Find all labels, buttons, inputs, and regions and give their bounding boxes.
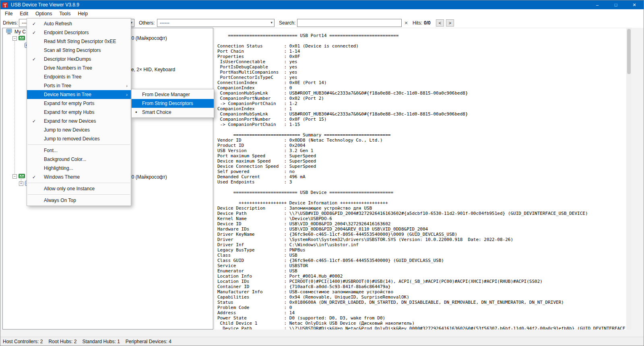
next-hit-button[interactable]: > — [446, 19, 454, 27]
menu-tools[interactable]: Tools — [56, 10, 74, 17]
tree-root-label[interactable]: My C — [14, 29, 26, 35]
expander-collapse-icon[interactable]: − — [12, 174, 17, 179]
menu-item-device-names-in-tree[interactable]: Device Names in Tree› — [27, 90, 131, 99]
menu-item-endpoint-descriptors[interactable]: ✓Endpoint Descriptors — [27, 28, 131, 37]
menu-item-label: Allow only one Instance — [44, 186, 95, 192]
menu-item-label: Jump to removed Devices — [44, 136, 100, 142]
menu-item-expand-for-empty-hubs[interactable]: Expand for empty Hubs — [27, 108, 131, 117]
dropdown-arrow-icon: ▾ — [270, 21, 272, 25]
status-bar: Host Controllers: 2 Root Hubs: 2 Standar… — [0, 337, 644, 346]
radio-bullet-icon: ● — [135, 108, 137, 117]
menu-item-label: Endpoints in Tree — [44, 74, 81, 80]
minimize-button[interactable]: – — [588, 0, 607, 9]
menu-item-label: Drive Numbers in Tree — [44, 65, 92, 71]
search-label: Search: — [279, 20, 295, 26]
host-controller-icon — [19, 35, 25, 42]
menu-item-label: Read Msft String Descriptor 0xEE — [44, 39, 116, 44]
menu-item-ports-in-tree[interactable]: Ports in Tree› — [27, 81, 131, 90]
app-window: USB Device Tree Viewer V3.8.9 – □ ✕ File… — [0, 0, 644, 346]
others-label: Others: — [139, 20, 155, 26]
expander-expand-icon[interactable]: + — [19, 181, 23, 186]
menu-separator — [28, 194, 130, 195]
menu-item-endpoints-in-tree[interactable]: Endpoints in Tree — [27, 72, 131, 81]
menu-file[interactable]: File — [1, 10, 16, 17]
detail-scrollbar-thumb[interactable] — [627, 29, 631, 74]
detail-scrollbar[interactable] — [626, 28, 632, 330]
window-controls: – □ ✕ — [588, 0, 644, 9]
tree-item-fragment[interactable]: 20 (Майкрософт) — [129, 35, 167, 41]
others-combobox[interactable]: ------ ▾ — [157, 19, 275, 27]
menu-item-jump-to-removed-devices[interactable]: Jump to removed Devices — [27, 134, 131, 143]
host-controller-icon — [19, 173, 25, 180]
menu-item-auto-refresh[interactable]: ✓Auto Refresh — [27, 19, 131, 28]
search-input[interactable] — [297, 19, 402, 27]
status-host-controllers: Host Controllers: 2 — [3, 339, 43, 344]
menu-item-jump-to-new-devices[interactable]: Jump to new Devices — [27, 126, 131, 134]
menu-item-scan-all-string-descriptors[interactable]: Scan all String Descriptors — [27, 46, 131, 55]
menu-item-expand-for-new-devices[interactable]: ✓Expand for new Devices — [27, 117, 131, 126]
status-standard-hubs: Standard Hubs: 1 — [82, 339, 120, 344]
menu-help[interactable]: Help — [74, 10, 91, 17]
menu-item-label: Descriptor HexDumps — [44, 56, 91, 62]
search-clear-button[interactable]: ✕ — [403, 20, 409, 26]
menu-item-label: Expand for empty Ports — [44, 101, 94, 106]
submenu-arrow-icon: › — [126, 90, 128, 99]
tree-connector-line — [14, 41, 15, 174]
menu-item-label: Device Names in Tree — [44, 92, 91, 97]
computer-icon — [6, 29, 12, 36]
device-names-submenu: From Device Manager From String Descript… — [131, 89, 214, 118]
tree-item-fragment[interactable]: 20 (Майкрософт) — [129, 174, 167, 180]
menu-item-label: Scan all String Descriptors — [44, 47, 101, 53]
menu-item-background-color[interactable]: Background Color... — [27, 155, 131, 164]
maximize-button[interactable]: □ — [607, 0, 625, 9]
menu-item-label: Expand for empty Hubs — [44, 109, 94, 115]
status-root-hubs: Root Hubs: 2 — [48, 339, 76, 344]
submenu-item-from-device-manager[interactable]: From Device Manager — [132, 90, 214, 99]
checkmark-icon: ✓ — [32, 28, 39, 37]
window-title: USB Device Tree Viewer V3.8.9 — [11, 2, 79, 8]
submenu-item-label: Smart Choice — [142, 109, 171, 115]
drives-label: Drives: — [3, 20, 18, 26]
device-detail-panel: ========================== USB Port14 ==… — [215, 28, 632, 330]
options-menu: ✓Auto Refresh ✓Endpoint Descriptors Read… — [27, 18, 131, 206]
menu-item-label: Endpoint Descriptors — [44, 30, 89, 35]
menu-item-label: Windows Theme — [44, 174, 80, 180]
app-icon — [2, 2, 8, 8]
menu-item-font[interactable]: Font... — [27, 146, 131, 155]
submenu-item-label: From String Descriptors — [142, 101, 193, 106]
submenu-item-label: From Device Manager — [142, 92, 190, 97]
close-button[interactable]: ✕ — [625, 0, 644, 9]
menu-item-label: Always On Top — [44, 198, 76, 203]
menu-item-allow-only-one-instance[interactable]: Allow only one Instance — [27, 184, 131, 193]
menu-item-descriptor-hexdumps[interactable]: ✓Descriptor HexDumps — [27, 55, 131, 64]
tree-item-fragment[interactable]: se, 2× HID, Keyboard — [129, 67, 175, 72]
checkmark-icon: ✓ — [32, 55, 39, 64]
menu-item-label: Ports in Tree — [44, 83, 71, 89]
menu-item-label: Font... — [44, 148, 58, 153]
menu-edit[interactable]: Edit — [16, 10, 32, 17]
menu-options[interactable]: Options — [32, 10, 56, 17]
menu-bar: File Edit Options Tools Help — [0, 9, 644, 18]
submenu-item-smart-choice[interactable]: ●Smart Choice — [132, 108, 214, 117]
menu-item-highlighting[interactable]: Highlighting... — [27, 164, 131, 173]
title-bar: USB Device Tree Viewer V3.8.9 – □ ✕ — [0, 0, 644, 9]
menu-item-expand-for-empty-ports[interactable]: Expand for empty Ports — [27, 99, 131, 108]
previous-hit-button[interactable]: < — [436, 19, 444, 27]
submenu-item-from-string-descriptors[interactable]: From String Descriptors — [132, 99, 214, 108]
hits-label: Hits: — [413, 20, 422, 26]
menu-item-label: Highlighting... — [44, 165, 73, 171]
menu-item-label: Auto Refresh — [44, 21, 72, 27]
menu-separator — [28, 144, 130, 145]
checkmark-icon: ✓ — [32, 19, 39, 28]
menu-item-drive-numbers-in-tree[interactable]: Drive Numbers in Tree — [27, 64, 131, 72]
menu-item-label: Jump to new Devices — [44, 127, 90, 133]
expander-collapse-icon[interactable]: − — [12, 36, 17, 41]
submenu-arrow-icon: › — [126, 81, 128, 90]
menu-item-always-on-top[interactable]: Always On Top — [27, 196, 131, 205]
menu-separator — [28, 183, 130, 183]
others-combobox-value: ------ — [160, 20, 169, 26]
menu-item-windows-theme[interactable]: ✓Windows Theme — [27, 173, 131, 181]
hits-value: 0/0 — [424, 20, 431, 26]
device-detail-text[interactable]: ========================== USB Port14 ==… — [215, 28, 632, 330]
menu-item-read-msft-string-descriptor[interactable]: Read Msft String Descriptor 0xEE — [27, 37, 131, 46]
